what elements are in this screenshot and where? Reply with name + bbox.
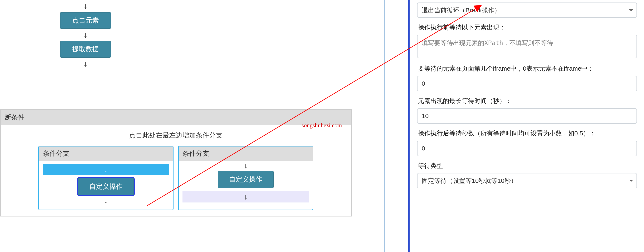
node-click-element[interactable]: 点击元素 [60, 12, 111, 29]
condition-branches: 条件分支 ↓ 自定义操作 ↓ 条件分支 ↓ 自定义操作 ↓ [1, 142, 351, 216]
arrow-down: ↓ [0, 31, 171, 39]
label-bold: 执行前 [430, 24, 449, 31]
branch-drop-zone[interactable]: ↓ [182, 191, 309, 202]
iframe-index-input[interactable] [417, 76, 637, 91]
after-wait-input[interactable] [417, 141, 637, 156]
before-wait-xpath-textarea[interactable] [417, 35, 637, 58]
label-text: 操作 [418, 24, 430, 31]
wait-type-label: 等待类型 [417, 156, 642, 173]
label-text: 等待秒数（所有等待时间均可设置为小数，如0.5）： [449, 130, 596, 137]
condition-branch-1[interactable]: 条件分支 ↓ 自定义操作 ↓ [38, 146, 174, 210]
arrow-down: ↓ [179, 162, 312, 170]
flow-column: ↓ 点击元素 ↓ 提取数据 ↓ [0, 0, 171, 70]
condition-branch-2[interactable]: 条件分支 ↓ 自定义操作 ↓ [178, 146, 313, 210]
label-text: 操作 [418, 130, 430, 137]
divider-line [404, 0, 404, 252]
max-wait-input[interactable] [417, 108, 637, 124]
after-wait-label: 操作执行后等待秒数（所有等待时间均可设置为小数，如0.5）： [417, 124, 642, 141]
condition-add-hint[interactable]: 点击此处在最左边增加条件分支 [1, 125, 351, 142]
arrow-down: ↓ [39, 197, 173, 204]
branch-header: 条件分支 [39, 147, 173, 161]
arrow-down: ↓ [0, 2, 171, 10]
custom-operation-node-selected[interactable]: 自定义操作 [78, 178, 134, 195]
operation-type-select[interactable]: 退出当前循环（Break操作） [417, 3, 637, 18]
node-extract-data[interactable]: 提取数据 [60, 41, 111, 58]
iframe-index-label: 要等待的元素在页面第几个iframe中，0表示元素不在iframe中： [417, 59, 642, 76]
settings-panel: 退出当前循环（Break操作） 操作执行前等待以下元素出现： 要等待的元素在页面… [408, 0, 644, 252]
branch-header: 条件分支 [179, 147, 312, 161]
arrow-down: ↓ [0, 59, 171, 68]
branch-drop-zone-active[interactable]: ↓ [43, 164, 169, 175]
condition-title: 断条件 [1, 110, 351, 125]
before-wait-label: 操作执行前等待以下元素出现： [417, 18, 642, 35]
label-text: 等待以下元素出现： [449, 24, 506, 31]
max-wait-label: 元素出现的最长等待时间（秒）： [417, 91, 642, 108]
condition-container[interactable]: 断条件 点击此处在最左边增加条件分支 条件分支 ↓ 自定义操作 ↓ 条件分支 ↓… [0, 109, 352, 216]
wait-type-select[interactable]: 固定等待（设置等10秒就等10秒） [417, 173, 637, 188]
watermark-text: songshuhezi.com [302, 122, 342, 129]
custom-operation-node[interactable]: 自定义操作 [218, 171, 274, 188]
label-bold: 执行后 [430, 130, 449, 137]
